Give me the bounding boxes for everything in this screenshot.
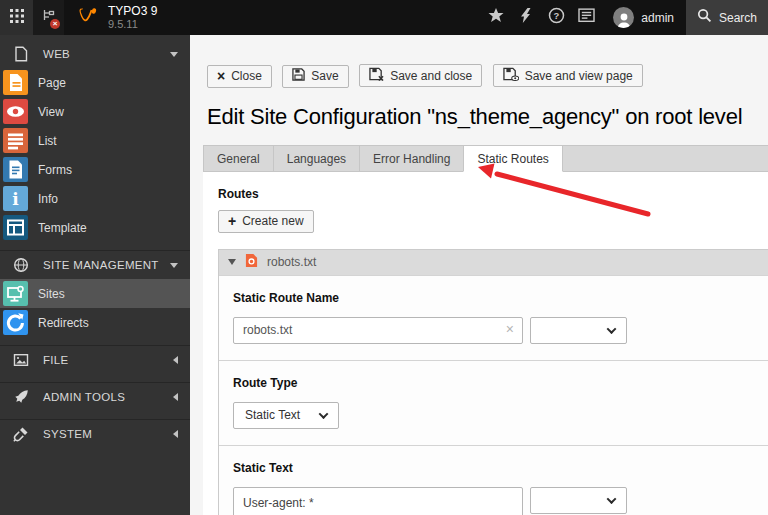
sites-monitor-icon	[3, 281, 28, 306]
username: admin	[641, 11, 674, 25]
tab-general[interactable]: General	[203, 145, 273, 172]
search-icon	[697, 8, 712, 27]
systeminfo-button[interactable]	[571, 0, 601, 35]
sidebar-item-label: View	[38, 105, 64, 119]
topbar-spacer	[157, 0, 481, 35]
save-view-icon	[503, 67, 519, 84]
grid-icon	[10, 9, 24, 27]
field-route-type: Route Type Static Text	[219, 360, 768, 445]
clear-input-icon[interactable]: ×	[506, 322, 514, 336]
lightning-icon	[521, 8, 531, 27]
close-button-label: Close	[231, 69, 262, 83]
field-static-route-name: Static Route Name ×	[219, 275, 768, 360]
sidebar-header-admin-tools[interactable]: ADMIN TOOLS	[0, 383, 190, 411]
close-button[interactable]: × Close	[207, 65, 272, 88]
sidebar-item-label: Template	[38, 221, 87, 235]
chevron-down-icon	[170, 263, 178, 268]
sidebar-section-site-management: SITE MANAGEMENT Sites	[0, 250, 190, 337]
list-icon	[3, 128, 28, 153]
sidebar-item-forms[interactable]: Forms	[0, 155, 190, 184]
sidebar-item-sites[interactable]: Sites	[0, 279, 190, 308]
sidebar-header-system[interactable]: SYSTEM	[0, 420, 190, 448]
avatar	[613, 7, 634, 28]
eye-icon	[3, 99, 28, 124]
modules-menu-button[interactable]	[0, 0, 33, 35]
route-record-header[interactable]: robots.txt	[219, 250, 768, 275]
route-type-value: Static Text	[245, 408, 300, 422]
sidebar-section-system: SYSTEM	[0, 419, 190, 448]
page-tree-toggle-button[interactable]: ×	[33, 0, 64, 35]
static-text-textarea[interactable]: User-agent: * Disallow: /typo3/ Sitemap:…	[233, 487, 523, 515]
sidebar-section-file: FILE	[0, 345, 190, 374]
plug-icon	[13, 426, 29, 442]
sidebar-header-web[interactable]: WEB	[0, 40, 190, 68]
help-button[interactable]: ?	[541, 0, 571, 35]
static-text-select[interactable]	[530, 487, 627, 514]
error-badge: ×	[50, 19, 60, 29]
collapse-chevron-icon	[228, 259, 236, 265]
doc-header: × Close Save	[190, 35, 768, 88]
bookmarks-button[interactable]	[481, 0, 511, 35]
typo3-logo	[78, 7, 99, 28]
static-routes-panel: Routes + Create new robots.txt	[203, 172, 768, 515]
create-new-button[interactable]: + Create new	[218, 210, 314, 233]
chevron-down-icon	[607, 324, 617, 334]
chevron-left-icon	[173, 356, 178, 364]
save-icon	[292, 68, 305, 84]
create-new-label: Create new	[242, 214, 303, 228]
route-record-title: robots.txt	[267, 255, 316, 269]
sidebar-section-admin-tools: ADMIN TOOLS	[0, 382, 190, 411]
route-type-select[interactable]: Static Text	[233, 402, 339, 429]
save-and-close-label: Save and close	[390, 69, 472, 83]
field-label: Static Route Name	[233, 291, 754, 305]
close-icon: ×	[217, 69, 225, 83]
route-name-input-wrap: ×	[233, 317, 523, 344]
topbar: × TYPO3 9 9.5.11 ?	[0, 0, 768, 35]
field-label: Route Type	[233, 376, 754, 390]
route-record-robots: robots.txt Static Route Name ×	[218, 249, 768, 515]
chevron-left-icon	[173, 393, 178, 401]
sidebar-item-label: Forms	[38, 163, 72, 177]
sidebar-item-info[interactable]: i Info	[0, 184, 190, 213]
sidebar-header-label: FILE	[43, 354, 69, 366]
tab-error-handling[interactable]: Error Handling	[359, 145, 463, 172]
module-sidebar: WEB Page View	[0, 35, 190, 515]
save-button[interactable]: Save	[282, 65, 348, 88]
sidebar-item-label: Sites	[38, 287, 65, 301]
sidebar-item-list[interactable]: List	[0, 126, 190, 155]
tab-languages[interactable]: Languages	[273, 145, 359, 172]
sidebar-header-label: SYSTEM	[43, 428, 92, 440]
route-name-select[interactable]	[530, 317, 627, 344]
sidebar-item-label: List	[38, 134, 57, 148]
sidebar-header-site-management[interactable]: SITE MANAGEMENT	[0, 251, 190, 279]
info-icon: i	[3, 186, 28, 211]
sidebar-item-label: Info	[38, 192, 58, 206]
clear-cache-button[interactable]	[511, 0, 541, 35]
form-tabs: General Languages Error Handling Static …	[203, 145, 768, 172]
tabbar-filler	[563, 145, 768, 172]
content-area: × Close Save	[190, 35, 768, 515]
product-version: 9.5.11	[108, 18, 157, 30]
sidebar-item-redirects[interactable]: Redirects	[0, 308, 190, 337]
user-menu-button[interactable]: admin	[601, 0, 686, 35]
star-icon	[488, 8, 504, 27]
route-name-input[interactable]	[233, 317, 523, 344]
tab-static-routes[interactable]: Static Routes	[463, 145, 562, 172]
save-close-icon	[369, 67, 384, 84]
sidebar-item-page[interactable]: Page	[0, 68, 190, 97]
field-label: Static Text	[233, 461, 754, 475]
save-and-close-button[interactable]: Save and close	[359, 64, 482, 87]
search-label: Search	[719, 11, 757, 25]
sidebar-header-label: ADMIN TOOLS	[43, 391, 125, 403]
plus-icon: +	[228, 214, 236, 228]
search-button[interactable]: Search	[686, 0, 768, 35]
sidebar-header-file[interactable]: FILE	[0, 346, 190, 374]
sidebar-item-view[interactable]: View	[0, 97, 190, 126]
redirect-arrow-icon	[3, 310, 28, 335]
save-and-view-button[interactable]: Save and view page	[493, 64, 643, 87]
globe-icon	[13, 257, 29, 273]
chevron-down-icon	[170, 52, 178, 57]
rocket-icon	[13, 389, 29, 405]
sidebar-section-web: WEB Page View	[0, 40, 190, 242]
sidebar-item-template[interactable]: Template	[0, 213, 190, 242]
